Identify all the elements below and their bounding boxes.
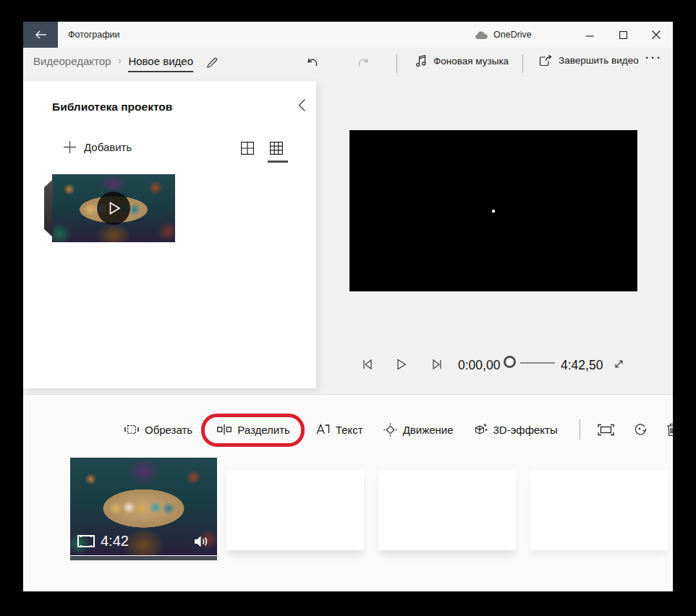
effects-3d-button[interactable]: 3D-эффекты — [474, 423, 558, 437]
motion-button[interactable]: Движение — [383, 423, 454, 437]
text-icon — [316, 424, 330, 436]
aspect-ratio-icon — [598, 424, 614, 436]
current-time: 0:00,00 — [458, 358, 500, 373]
seek-slider-thumb[interactable] — [504, 356, 516, 368]
split-label: Разделить — [237, 424, 290, 436]
clip-info: 4:42 — [77, 533, 129, 549]
film-icon — [77, 535, 95, 547]
finish-video-label: Завершить видео — [559, 55, 639, 66]
background-music-button[interactable]: Фоновая музыка — [416, 54, 509, 67]
grid-2x2-icon — [241, 142, 254, 155]
rename-project-button[interactable] — [205, 56, 218, 69]
redo-icon — [356, 56, 370, 70]
minimize-button[interactable] — [573, 22, 606, 48]
timeline-toolbar-separator — [580, 419, 580, 440]
effects-3d-label: 3D-эффекты — [493, 424, 558, 436]
background-music-label: Фоновая музыка — [433, 56, 509, 67]
timeline-section: Обрезать Разделить Текст Движение 3D-эфф… — [23, 394, 673, 591]
undo-button[interactable] — [305, 56, 320, 70]
more-options-button[interactable]: ··· — [645, 51, 663, 64]
timeline-toolbar: Обрезать Разделить Текст Движение 3D-эфф… — [124, 416, 673, 442]
rotate-button[interactable] — [633, 422, 648, 437]
library-video-item[interactable] — [52, 174, 175, 242]
delete-button[interactable] — [666, 423, 673, 437]
minimize-icon — [586, 31, 594, 39]
close-button[interactable] — [640, 22, 673, 48]
breadcrumb-video-editor[interactable]: Видеоредактор — [33, 55, 111, 67]
chevron-left-icon — [298, 98, 306, 112]
plus-icon — [64, 141, 76, 153]
trim-button[interactable]: Обрезать — [124, 424, 192, 436]
previous-frame-button[interactable] — [362, 359, 373, 370]
split-icon — [217, 424, 232, 435]
pencil-icon — [205, 56, 218, 69]
clip-audio-indicator — [194, 535, 210, 548]
titlebar: Фотографии OneDrive — [23, 22, 673, 48]
playback-controls: 0:00,00 4:42,50 — [23, 354, 673, 380]
collapse-panel-button[interactable] — [298, 98, 306, 112]
onedrive-label: OneDrive — [493, 30, 532, 40]
editor-toolbar: Видеоредактор › Новое видео Фоновая музы… — [23, 48, 673, 81]
redo-button[interactable] — [356, 56, 370, 70]
play-icon — [396, 359, 407, 370]
grid-view-large-button[interactable] — [241, 142, 254, 155]
window-controls — [573, 22, 673, 48]
next-frame-button[interactable] — [431, 359, 443, 370]
effects-3d-icon — [474, 423, 488, 437]
timeline-empty-slot[interactable] — [530, 471, 668, 550]
onedrive-status[interactable]: OneDrive — [475, 22, 532, 48]
close-icon — [652, 30, 661, 39]
play-overlay[interactable] — [97, 192, 130, 225]
finish-video-button[interactable]: Завершить видео — [539, 54, 639, 67]
music-note-icon — [416, 54, 427, 67]
timeline-clip[interactable]: 4:42 — [70, 458, 217, 555]
library-title: Библиотека проектов — [52, 100, 172, 114]
expand-icon — [614, 359, 624, 369]
clip-duration: 4:42 — [101, 533, 129, 549]
cloud-icon — [475, 30, 488, 40]
text-button[interactable]: Текст — [316, 424, 363, 436]
toolbar-separator — [396, 54, 397, 73]
add-label: Добавить — [84, 141, 132, 153]
total-time: 4:42,50 — [561, 358, 603, 373]
grid-view-selected-indicator — [268, 161, 288, 163]
project-library-panel: Библиотека проектов Добавить — [23, 81, 316, 388]
back-button[interactable] — [23, 22, 58, 48]
seek-slider-track[interactable] — [520, 362, 555, 364]
rotate-icon — [633, 422, 648, 437]
clip-track-bar — [70, 556, 217, 560]
speaker-icon — [194, 535, 210, 548]
add-media-button[interactable]: Добавить — [64, 141, 132, 153]
toolbar-separator — [522, 54, 523, 73]
fullscreen-button[interactable] — [614, 359, 624, 369]
undo-icon — [305, 56, 320, 70]
split-button[interactable]: Разделить — [217, 424, 290, 436]
motion-label: Движение — [403, 424, 454, 436]
motion-icon — [383, 423, 397, 437]
breadcrumb-chevron-icon: › — [118, 56, 121, 66]
maximize-icon — [619, 31, 627, 39]
breadcrumb-project-name[interactable]: Новое видео — [128, 55, 193, 72]
video-preview[interactable] — [349, 130, 637, 291]
back-arrow-icon — [35, 30, 47, 39]
split-button-wrapper: Разделить — [213, 424, 294, 436]
grid-3x3-icon — [270, 142, 283, 155]
loading-dot — [492, 210, 495, 213]
grid-view-small-button[interactable] — [270, 142, 283, 155]
timeline-empty-slot[interactable] — [378, 471, 516, 550]
export-icon — [539, 54, 552, 67]
breadcrumb: Видеоредактор › Новое видео — [33, 55, 193, 72]
next-frame-icon — [431, 359, 443, 370]
play-icon — [109, 202, 121, 215]
resize-button[interactable] — [598, 424, 614, 436]
play-button[interactable] — [396, 359, 407, 370]
timeline-empty-slot[interactable] — [226, 471, 364, 550]
app-title: Фотографии — [68, 30, 119, 40]
stack-edge — [44, 179, 53, 237]
trim-icon — [124, 424, 139, 435]
text-label: Текст — [336, 424, 363, 436]
more-icon: ··· — [645, 51, 663, 64]
photos-app-window: Фотографии OneDrive Видеоредактор › Ново… — [23, 22, 673, 591]
maximize-button[interactable] — [606, 22, 640, 48]
previous-frame-icon — [362, 359, 373, 370]
